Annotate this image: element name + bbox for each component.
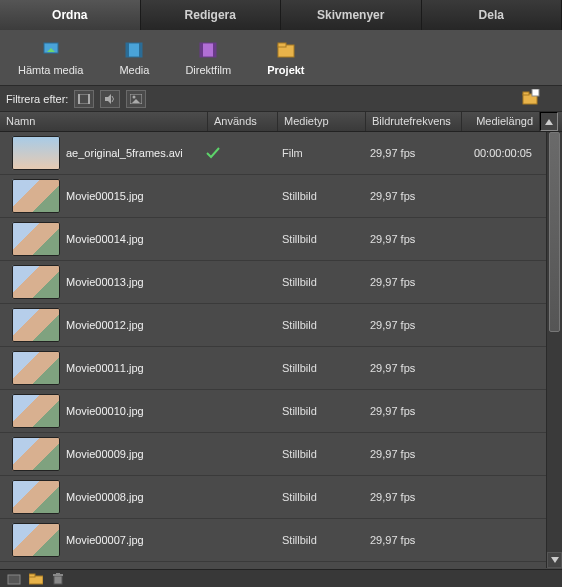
svg-rect-26 — [53, 574, 63, 576]
svg-rect-7 — [213, 43, 216, 57]
media-list: ae_original_5frames.aviFilm29,97 fps00:0… — [0, 132, 562, 568]
col-length[interactable]: Medielängd — [462, 112, 540, 131]
used-indicator — [206, 147, 276, 159]
filename: Movie00011.jpg — [66, 362, 206, 374]
thumbnail — [12, 480, 60, 514]
filename: ae_original_5frames.avi — [66, 147, 206, 159]
filename: Movie00009.jpg — [66, 448, 206, 460]
mediatype: Stillbild — [276, 233, 364, 245]
filename: Movie00008.jpg — [66, 491, 206, 503]
table-row[interactable]: Movie00015.jpgStillbild29,97 fps — [0, 175, 562, 218]
tab-skivmenyer[interactable]: Skivmenyer — [281, 0, 422, 30]
table-row[interactable]: Movie00013.jpgStillbild29,97 fps — [0, 261, 562, 304]
mediatype: Stillbild — [276, 534, 364, 546]
svg-rect-25 — [54, 576, 62, 584]
col-name[interactable]: Namn — [0, 112, 208, 131]
mediatype: Stillbild — [276, 405, 364, 417]
table-row[interactable]: Movie00008.jpgStillbild29,97 fps — [0, 476, 562, 519]
table-row[interactable]: Movie00007.jpgStillbild29,97 fps — [0, 519, 562, 562]
tool-instant-movie[interactable]: Direktfilm — [185, 39, 231, 76]
col-used[interactable]: Används — [208, 112, 278, 131]
filter-bar: Filtrera efter: — [0, 86, 562, 112]
svg-rect-22 — [8, 575, 20, 584]
svg-rect-3 — [126, 43, 129, 57]
col-mediatype[interactable]: Medietyp — [278, 112, 366, 131]
thumbnail — [12, 308, 60, 342]
filter-still-icon[interactable] — [126, 90, 146, 108]
main-tabs: Ordna Redigera Skivmenyer Dela — [0, 0, 562, 30]
folder-icon[interactable] — [28, 572, 44, 586]
filename: Movie00014.jpg — [66, 233, 206, 245]
svg-marker-20 — [545, 119, 553, 125]
trash-icon[interactable] — [50, 572, 66, 586]
table-row[interactable]: Movie00014.jpgStillbild29,97 fps — [0, 218, 562, 261]
col-fps[interactable]: Bildrutefrekvens — [366, 112, 462, 131]
svg-rect-9 — [278, 43, 286, 47]
tab-redigera[interactable]: Redigera — [141, 0, 282, 30]
table-row[interactable]: Movie00010.jpgStillbild29,97 fps — [0, 390, 562, 433]
framerate: 29,97 fps — [364, 362, 460, 374]
scroll-down-button[interactable] — [547, 552, 562, 568]
filename: Movie00012.jpg — [66, 319, 206, 331]
filter-audio-icon[interactable] — [100, 90, 120, 108]
svg-rect-4 — [139, 43, 142, 57]
svg-rect-6 — [200, 43, 203, 57]
framerate: 29,97 fps — [364, 276, 460, 288]
new-item-icon[interactable] — [6, 572, 22, 586]
framerate: 29,97 fps — [364, 534, 460, 546]
filename: Movie00013.jpg — [66, 276, 206, 288]
mediatype: Stillbild — [276, 362, 364, 374]
thumbnail — [12, 136, 60, 170]
svg-marker-16 — [132, 99, 140, 103]
tool-media[interactable]: Media — [119, 39, 149, 76]
mediatype: Stillbild — [276, 491, 364, 503]
table-row[interactable]: ae_original_5frames.aviFilm29,97 fps00:0… — [0, 132, 562, 175]
tab-dela[interactable]: Dela — [422, 0, 563, 30]
table-row[interactable]: Movie00011.jpgStillbild29,97 fps — [0, 347, 562, 390]
tool-label: Hämta media — [18, 64, 83, 76]
filename: Movie00010.jpg — [66, 405, 206, 417]
toolbar: Hämta media Media Direktfilm Projekt — [0, 30, 562, 86]
tool-get-media[interactable]: Hämta media — [18, 39, 83, 76]
vertical-scrollbar[interactable] — [546, 132, 562, 568]
mediatype: Stillbild — [276, 276, 364, 288]
bottom-bar — [0, 569, 562, 587]
table-row[interactable]: Movie00012.jpgStillbild29,97 fps — [0, 304, 562, 347]
table-row[interactable]: Movie00009.jpgStillbild29,97 fps — [0, 433, 562, 476]
thumbnail — [12, 179, 60, 213]
svg-rect-18 — [523, 92, 529, 95]
svg-rect-12 — [88, 94, 90, 104]
tab-ordna[interactable]: Ordna — [0, 0, 141, 30]
framerate: 29,97 fps — [364, 491, 460, 503]
new-folder-icon[interactable] — [522, 89, 540, 105]
tool-project[interactable]: Projekt — [267, 39, 304, 76]
framerate: 29,97 fps — [364, 233, 460, 245]
svg-rect-11 — [78, 94, 80, 104]
tool-label: Media — [119, 64, 149, 76]
framerate: 29,97 fps — [364, 147, 460, 159]
svg-rect-19 — [532, 89, 539, 96]
thumbnail — [12, 351, 60, 385]
check-icon — [206, 147, 220, 159]
mediatype: Stillbild — [276, 448, 364, 460]
scroll-up-button[interactable] — [540, 112, 558, 131]
svg-marker-21 — [551, 557, 559, 563]
thumbnail — [12, 523, 60, 557]
tool-label: Direktfilm — [185, 64, 231, 76]
scrollbar-track[interactable] — [547, 132, 562, 552]
scrollbar-thumb[interactable] — [549, 132, 560, 332]
tool-label: Projekt — [267, 64, 304, 76]
filter-video-icon[interactable] — [74, 90, 94, 108]
mediatype: Film — [276, 147, 364, 159]
thumbnail — [12, 222, 60, 256]
filter-label: Filtrera efter: — [6, 93, 68, 105]
thumbnail — [12, 394, 60, 428]
framerate: 29,97 fps — [364, 319, 460, 331]
project-icon — [275, 39, 297, 61]
media-length: 00:00:00:05 — [460, 147, 532, 159]
svg-point-15 — [133, 95, 136, 98]
thumbnail — [12, 265, 60, 299]
filename: Movie00007.jpg — [66, 534, 206, 546]
download-icon — [40, 39, 62, 61]
svg-rect-24 — [29, 574, 35, 577]
